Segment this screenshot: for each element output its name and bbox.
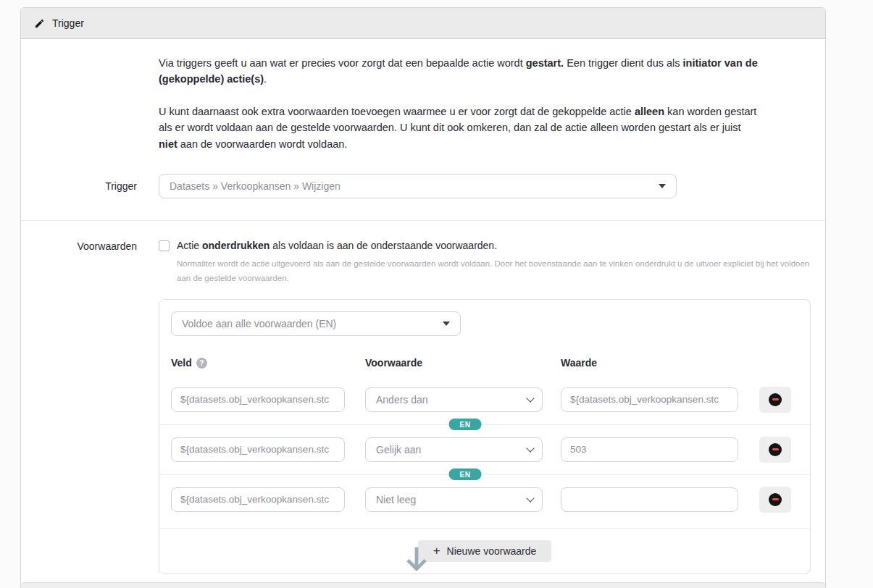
chevron-down-icon [526, 444, 534, 452]
trigger-field-row: Trigger Datasets » Verkoopkansen » Wijzi… [34, 174, 812, 198]
chevron-down-icon [526, 394, 534, 402]
value-input[interactable] [561, 387, 738, 412]
conditions-section: Voorwaarden Actie onderdrukken als volda… [34, 240, 812, 574]
value-input[interactable] [561, 487, 738, 512]
column-header-veld: Veld? [171, 356, 345, 369]
trigger-select-value: Datasets » Verkoopkansen » Wijzigen [170, 180, 341, 192]
minus-icon [769, 443, 782, 456]
column-header-waarde: Waarde [561, 356, 738, 369]
trigger-label: Trigger [34, 180, 137, 192]
next-panel-edge [20, 582, 826, 588]
condition-select[interactable]: Anders dan [365, 387, 543, 412]
chevron-down-icon [526, 494, 534, 502]
section-divider [21, 220, 825, 221]
remove-condition-button[interactable] [759, 387, 791, 413]
field-input[interactable] [171, 387, 345, 412]
trigger-select[interactable]: Datasets » Verkoopkansen » Wijzigen [159, 174, 677, 198]
column-header-voorwaarde: Voorwaarde [365, 356, 543, 369]
value-input[interactable] [561, 437, 738, 462]
pencil-icon [34, 18, 45, 29]
plus-icon: + [433, 546, 440, 556]
conditions-box: Voldoe aan alle voorwaarden (EN) Veld? V… [159, 299, 811, 574]
row-separator: EN [171, 463, 798, 487]
match-mode-value: Voldoe aan alle voorwaarden (EN) [182, 318, 336, 329]
suppress-action-checkbox[interactable] [159, 240, 170, 251]
intro-label-spacer [34, 55, 137, 168]
intro-row: Via triggers geeft u aan wat er precies … [34, 55, 812, 168]
trigger-panel-body: Via triggers geeft u aan wat er precies … [21, 39, 825, 588]
intro-paragraph-1: Via triggers geeft u aan wat er precies … [159, 55, 761, 88]
caret-down-icon [659, 184, 666, 188]
flow-down-arrow-icon [401, 542, 433, 576]
add-condition-button[interactable]: + Nieuwe voorwaarde [418, 540, 552, 562]
trigger-panel: Trigger Via triggers geeft u aan wat er … [20, 7, 826, 588]
field-input[interactable] [171, 437, 345, 462]
voorwaarden-label: Voorwaarden [34, 240, 137, 252]
condition-select[interactable]: Gelijk aan [365, 437, 543, 462]
panel-title: Trigger [52, 17, 84, 29]
connector-badge[interactable]: EN [449, 469, 482, 480]
minus-icon [769, 493, 782, 506]
condition-row: Anders dan [171, 387, 798, 413]
caret-down-icon [443, 322, 450, 326]
intro-paragraph-2: U kunt daarnaast ook extra voorwaarden t… [159, 104, 761, 152]
minus-icon [769, 393, 782, 406]
suppress-action-row: Actie onderdrukken als voldaan is aan de… [159, 240, 812, 251]
match-mode-select[interactable]: Voldoe aan alle voorwaarden (EN) [171, 311, 461, 336]
trigger-panel-header: Trigger [21, 8, 825, 39]
field-input[interactable] [171, 487, 345, 512]
help-icon[interactable]: ? [196, 358, 207, 369]
suppress-action-label: Actie onderdrukken als voldaan is aan de… [177, 240, 497, 251]
add-condition-row: + Nieuwe voorwaarde [171, 529, 798, 562]
connector-badge[interactable]: EN [449, 419, 482, 430]
suppress-help-text: Normaliter wordt de actie uitgevoerd als… [177, 256, 812, 285]
remove-condition-button[interactable] [759, 437, 791, 463]
remove-condition-button[interactable] [759, 487, 791, 513]
condition-row: Gelijk aan [171, 437, 798, 463]
condition-select[interactable]: Niet leeg [365, 487, 543, 512]
row-separator: EN [171, 413, 798, 437]
condition-row: Niet leeg [171, 487, 798, 513]
conditions-header-row: Veld? Voorwaarde Waarde [171, 356, 798, 369]
